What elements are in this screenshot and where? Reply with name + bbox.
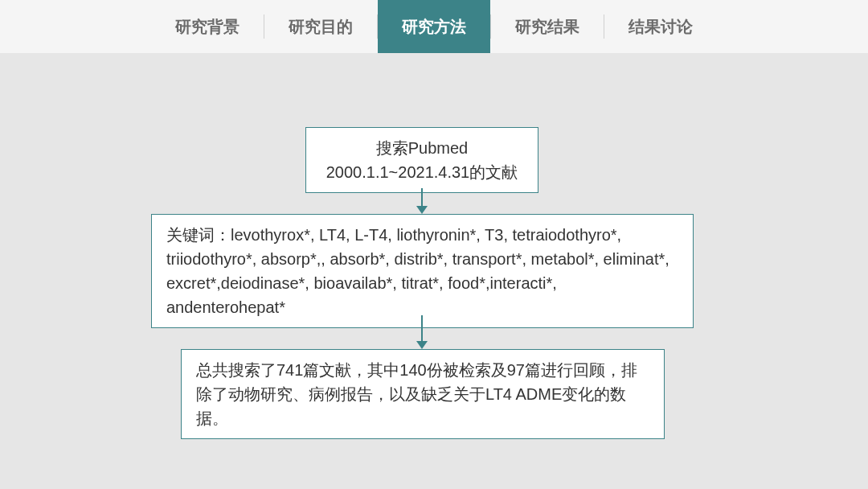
box3-text: 总共搜索了741篇文献，其中140份被检索及97篇进行回顾，排除了动物研究、病例… [196,361,637,427]
top-nav: 研究背景 研究目的 研究方法 研究结果 结果讨论 [0,0,868,53]
arrow-down-icon [416,206,428,214]
flow-arrow [421,315,423,341]
tab-objective[interactable]: 研究目的 [264,0,377,53]
box1-line2: 2000.1.1~2021.4.31的文献 [321,160,523,184]
arrow-down-icon [416,341,428,349]
tab-background[interactable]: 研究背景 [151,0,264,53]
tab-discussion[interactable]: 结果讨论 [604,0,717,53]
flow-box-search: 搜索Pubmed 2000.1.1~2021.4.31的文献 [305,127,538,193]
tab-label: 研究方法 [402,16,466,38]
flow-diagram: 搜索Pubmed 2000.1.1~2021.4.31的文献 关键词：levot… [0,53,868,489]
tab-label: 研究背景 [175,16,240,38]
box1-line1: 搜索Pubmed [321,136,523,160]
tab-methods[interactable]: 研究方法 [378,0,490,53]
tab-label: 研究目的 [289,16,353,38]
tab-list: 研究背景 研究目的 研究方法 研究结果 结果讨论 [151,0,717,53]
flow-arrow [421,188,423,206]
tab-results[interactable]: 研究结果 [491,0,604,53]
flow-box-results: 总共搜索了741篇文献，其中140份被检索及97篇进行回顾，排除了动物研究、病例… [181,349,665,439]
tab-label: 结果讨论 [628,16,693,38]
flow-box-keywords: 关键词：levothyrox*, LT4, L-T4, liothyronin*… [151,214,694,328]
tab-label: 研究结果 [515,16,579,38]
box2-text: 关键词：levothyrox*, LT4, L-T4, liothyronin*… [166,226,669,316]
